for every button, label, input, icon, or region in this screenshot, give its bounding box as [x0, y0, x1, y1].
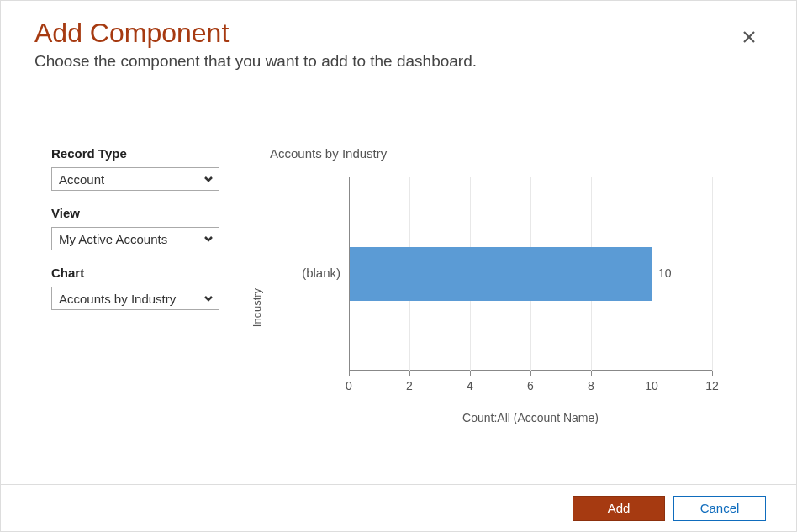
dialog-footer: Add Cancel	[1, 484, 796, 531]
add-component-dialog: Add Component Choose the component that …	[0, 0, 797, 532]
chevron-down-icon	[203, 172, 214, 187]
chart-tick-label: 10	[645, 379, 658, 392]
chart-category-label: (blank)	[273, 266, 340, 280]
record-type-value: Account	[59, 172, 104, 187]
chart-tick	[409, 371, 410, 376]
chart-gridline	[712, 177, 713, 371]
chart-y-axis-label: Industry	[251, 288, 263, 327]
chart-tick-label: 6	[527, 379, 534, 392]
chart-tick	[349, 371, 350, 376]
close-button[interactable]	[739, 28, 759, 48]
dialog-header: Add Component Choose the component that …	[34, 18, 763, 71]
chart-label: Chart	[51, 266, 228, 280]
chart-area: Industry 02468101210(blank) Count:All (A…	[261, 177, 732, 438]
chart-value: Accounts by Industry	[59, 292, 176, 306]
chart-x-axis-label: Count:All (Account Name)	[349, 411, 712, 424]
record-type-label: Record Type	[51, 146, 228, 161]
chart-tick-label: 12	[705, 379, 719, 392]
view-value: My Active Accounts	[59, 232, 167, 246]
close-icon	[742, 30, 756, 46]
chart-tick-label: 2	[406, 379, 413, 392]
chart-title: Accounts by Industry	[270, 146, 763, 161]
view-select[interactable]: My Active Accounts	[51, 227, 219, 250]
add-button[interactable]: Add	[573, 496, 665, 521]
chevron-down-icon	[203, 292, 214, 306]
chart-tick	[591, 371, 592, 376]
dialog-body: Record Type Account View My Active Accou…	[34, 146, 763, 514]
chart-tick	[712, 371, 713, 376]
chart-bar-value: 10	[658, 266, 672, 280]
chart-plot: 02468101210(blank)	[349, 177, 712, 371]
chart-preview: Accounts by Industry Industry 0246810121…	[261, 146, 763, 514]
form-column: Record Type Account View My Active Accou…	[51, 146, 228, 514]
chart-bar	[350, 247, 652, 301]
chart-tick-label: 8	[588, 379, 594, 392]
cancel-button[interactable]: Cancel	[673, 496, 766, 521]
chart-tick-label: 4	[467, 379, 473, 392]
chevron-down-icon	[203, 232, 214, 246]
chart-tick	[470, 371, 471, 376]
chart-tick-label: 0	[346, 379, 352, 392]
dialog-subtitle: Choose the component that you want to ad…	[34, 52, 763, 71]
chart-tick	[652, 371, 652, 376]
record-type-select[interactable]: Account	[51, 167, 219, 191]
view-label: View	[51, 206, 228, 220]
dialog-title: Add Component	[34, 18, 763, 49]
chart-tick	[530, 371, 531, 376]
chart-select[interactable]: Accounts by Industry	[51, 287, 219, 310]
